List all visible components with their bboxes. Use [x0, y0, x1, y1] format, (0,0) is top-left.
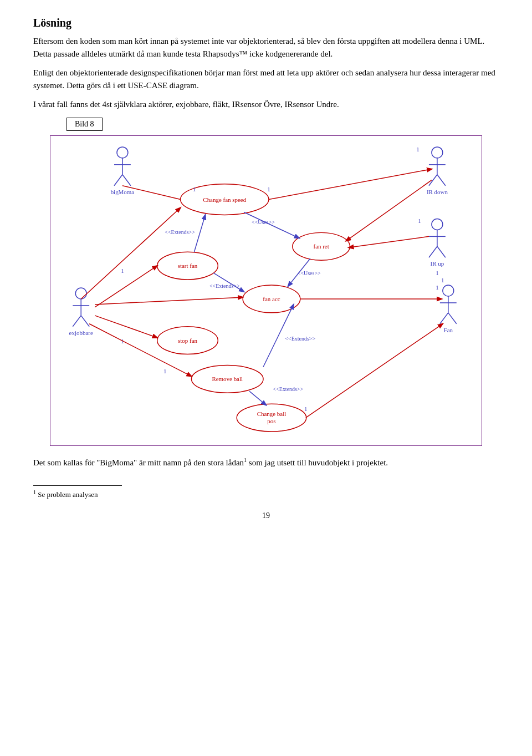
svg-text:1: 1	[193, 185, 196, 192]
actor-IRup: IR up	[429, 219, 446, 267]
svg-line-65	[249, 391, 266, 405]
svg-text:1: 1	[267, 185, 270, 192]
svg-text:Change fan speed: Change fan speed	[203, 196, 246, 202]
svg-line-23	[73, 315, 81, 326]
svg-line-51	[81, 207, 180, 298]
svg-text:1: 1	[416, 145, 419, 152]
actor-IRdown: IR down	[427, 146, 448, 195]
svg-point-7	[432, 146, 443, 158]
page-title: Lösning	[33, 17, 499, 29]
svg-line-3	[114, 174, 122, 185]
svg-text:1: 1	[441, 277, 444, 283]
svg-point-20	[75, 288, 86, 299]
paragraph-3: I vårat fall fanns det 4st självklara ak…	[33, 98, 499, 111]
svg-text:IR down: IR down	[427, 188, 448, 195]
bild-label: Bild 8	[66, 118, 103, 131]
svg-text:stop fan: stop fan	[178, 337, 198, 343]
svg-text:1: 1	[436, 284, 438, 291]
svg-line-68	[346, 180, 431, 241]
svg-line-16	[429, 246, 437, 257]
paragraph-1: Eftersom den koden som man kört innan på…	[33, 35, 499, 60]
svg-text:1: 1	[436, 270, 438, 276]
svg-line-10	[429, 174, 437, 185]
svg-text:Fan: Fan	[444, 326, 453, 333]
svg-text:pos: pos	[267, 418, 275, 424]
page-number: 19	[33, 511, 499, 520]
use-case-diagram: bigMoma 1 IR down IR up 1	[50, 135, 482, 446]
svg-line-30	[448, 312, 457, 323]
svg-text:Change ball: Change ball	[257, 410, 287, 417]
svg-text:1: 1	[163, 368, 166, 374]
svg-point-13	[432, 219, 443, 230]
footnote-line	[33, 485, 122, 486]
svg-text:<<Uses>>: <<Uses>>	[252, 219, 275, 225]
svg-line-52	[95, 266, 157, 307]
svg-text:<<Extends>>: <<Extends>>	[165, 229, 195, 235]
svg-text:<<Extends>>: <<Extends>>	[209, 283, 240, 289]
svg-line-53	[95, 315, 157, 337]
svg-text:fan acc: fan acc	[263, 295, 280, 302]
svg-point-0	[117, 146, 128, 158]
svg-text:exjobbare: exjobbare	[69, 329, 93, 336]
svg-text:bigMoma: bigMoma	[111, 188, 135, 195]
svg-line-24	[81, 315, 89, 326]
svg-text:start fan: start fan	[178, 262, 198, 269]
svg-text:Remove ball: Remove ball	[212, 376, 243, 382]
svg-text:IR up: IR up	[431, 260, 444, 267]
svg-text:fan ret: fan ret	[314, 243, 329, 250]
svg-text:1: 1	[418, 217, 421, 224]
svg-line-71	[95, 297, 243, 304]
svg-text:<<Extends>>: <<Extends>>	[273, 386, 304, 392]
svg-line-50	[269, 169, 432, 199]
svg-text:<<Uses>>: <<Uses>>	[298, 270, 321, 276]
svg-text:1: 1	[304, 405, 307, 412]
svg-point-26	[443, 285, 454, 296]
svg-text:1: 1	[121, 267, 124, 274]
actor-Fan: Fan	[440, 285, 457, 333]
svg-line-70	[306, 323, 443, 417]
svg-line-11	[437, 174, 446, 185]
svg-line-4	[122, 174, 131, 185]
paragraph-2: Enligt den objektorienterade designspeci…	[33, 67, 499, 92]
footnote: 1 Se problem analysen	[33, 488, 499, 500]
svg-text:<<Extends>>: <<Extends>>	[285, 335, 316, 341]
actor-exjobbare: exjobbare	[69, 288, 93, 336]
svg-line-59	[194, 215, 205, 252]
svg-line-29	[440, 312, 448, 323]
paragraph-conclusion: Det som kallas för "BigMoma" är mitt nam…	[33, 456, 499, 469]
svg-line-17	[437, 246, 446, 257]
svg-line-69	[349, 236, 428, 247]
